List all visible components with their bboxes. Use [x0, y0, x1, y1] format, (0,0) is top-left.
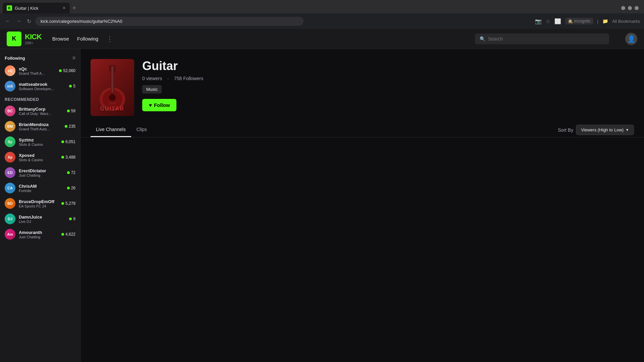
nav-following[interactable]: Following: [77, 36, 98, 42]
brucedropemoff-name: BruceDropEmOff: [19, 199, 58, 204]
avatar-amouranth: Am: [5, 229, 15, 240]
xposed-viewer-count: 3,488: [65, 155, 75, 160]
sidebar-item-chrisam[interactable]: CA ChrisAM Fortnite 26: [0, 180, 80, 196]
logo-text: KICK: [25, 33, 42, 41]
category-thumbnail: GUITAR: [91, 59, 134, 116]
logo-sub: 20M+: [25, 41, 42, 45]
viewers-stat: 0 viewers: [142, 76, 162, 81]
incognito-label: Incognito: [574, 19, 591, 23]
chrisam-name: ChrisAM: [19, 184, 64, 189]
sidebar-item-xqc[interactable]: xQ xQc Grand Theft A... 52,060: [0, 63, 80, 78]
sidebar-item-erectdictator[interactable]: ED ErectDictator Just Chatting 72: [0, 165, 80, 180]
avatar-chrisam: CA: [5, 183, 15, 193]
live-dot-brian: [65, 125, 67, 128]
svg-point-7: [109, 94, 116, 101]
new-tab-button[interactable]: +: [70, 3, 79, 13]
live-dot-bruce: [61, 202, 64, 205]
active-tab[interactable]: K Guitar | Kick ✕: [3, 3, 70, 13]
refresh-button[interactable]: ↻: [25, 17, 33, 26]
avatar-xposed: Xp: [5, 152, 15, 163]
maximize-button[interactable]: [628, 6, 632, 10]
sidebar-item-brianmendoza[interactable]: BM BrianMendoza Grand Theft Auto... 235: [0, 119, 80, 134]
music-tag[interactable]: Music: [142, 85, 162, 94]
svg-rect-8: [109, 103, 116, 104]
sidebar-sort-icon[interactable]: ≡: [72, 55, 75, 61]
amouranth-name: Amouranth: [19, 230, 58, 235]
damnjuice-info: DamnJuice Live DJ: [19, 215, 66, 224]
sidebar-item-damnjuice[interactable]: DJ DamnJuice Live DJ 9: [0, 211, 80, 227]
damnjuice-viewers: 9: [69, 217, 75, 221]
amouranth-viewer-count: 4,622: [65, 232, 75, 237]
logo[interactable]: K KICK 20M+: [7, 32, 42, 46]
damnjuice-viewer-count: 9: [73, 217, 75, 221]
amouranth-viewers: 4,622: [61, 232, 75, 237]
xposed-game: Slots & Casino: [19, 158, 58, 162]
chevron-down-icon: ▼: [626, 128, 629, 132]
sort-value: Viewers (High to Low): [581, 127, 624, 132]
minimize-button[interactable]: [621, 6, 625, 10]
address-bar[interactable]: kick.com/categories/music/guitar%C2%A0: [35, 17, 304, 26]
forward-button[interactable]: →: [15, 17, 23, 25]
xqc-viewer-count: 52,060: [63, 68, 75, 73]
bookmark-icon[interactable]: ☆: [546, 18, 550, 24]
tab-title: Guitar | Kick: [15, 6, 39, 11]
sidebar-item-syztmz[interactable]: Sy Syztmz Slots & Casino 6,051: [0, 134, 80, 149]
tab-bar: K Guitar | Kick ✕ +: [0, 0, 644, 13]
close-button[interactable]: [635, 6, 639, 10]
syztmz-viewer-count: 6,051: [65, 139, 75, 144]
device-icon: ⬜: [554, 18, 561, 24]
following-section-header: Following ≡: [0, 53, 80, 63]
followers-stat: 758 Followers: [174, 76, 203, 81]
avatar-erectdictator: ED: [5, 167, 15, 178]
nav-browse[interactable]: Browse: [52, 36, 69, 42]
mattseabrook-viewers: 5: [69, 84, 75, 88]
tab-live-channels[interactable]: Live Channels: [91, 123, 131, 137]
damnjuice-name: DamnJuice: [19, 215, 66, 220]
sort-by-label: Sort By: [558, 127, 573, 133]
avatar-damnjuice: DJ: [5, 214, 15, 224]
category-header: GUITAR Guitar 0 viewers · 758 Followers …: [80, 49, 644, 123]
logo-icon: K: [7, 32, 21, 46]
category-stats: 0 viewers · 758 Followers: [142, 76, 634, 81]
sidebar-item-amouranth[interactable]: Am Amouranth Just Chatting 4,622: [0, 227, 80, 242]
user-avatar[interactable]: 👤: [625, 33, 637, 45]
xqc-info: xQc Grand Theft A...: [19, 66, 56, 75]
brianmendoza-viewers: 235: [65, 124, 75, 129]
chrisam-viewers: 26: [67, 186, 75, 190]
sidebar-item-brittanycorp[interactable]: BC BrittanyCorp Call of Duty: Warz... 59: [0, 103, 80, 119]
nav-more-button[interactable]: ⋮: [106, 35, 113, 43]
back-button[interactable]: ←: [4, 17, 12, 25]
brucedropemoff-viewers: 5,279: [61, 201, 75, 206]
search-input[interactable]: [488, 36, 604, 42]
sort-by-container: Sort By Viewers (High to Low) ▼: [558, 125, 634, 135]
following-label: Following: [5, 56, 25, 61]
tab-close-button[interactable]: ✕: [62, 6, 66, 10]
sidebar-item-xposed[interactable]: Xp Xposed Slots & Casino 3,488: [0, 149, 80, 165]
xqc-name: xQc: [19, 66, 56, 71]
live-dot-erect: [67, 171, 70, 174]
logo-k: K: [12, 35, 16, 42]
sidebar-item-mattseabrook[interactable]: mS mattseabrook Software Developm... 5: [0, 78, 80, 94]
syztmz-info: Syztmz Slots & Casino: [19, 137, 58, 146]
all-bookmarks-label: All Bookmarks: [612, 19, 640, 24]
header-search[interactable]: 🔍: [475, 34, 609, 44]
tab-clips[interactable]: Clips: [131, 123, 152, 137]
address-bar-row: ← → ↻ kick.com/categories/music/guitar%C…: [0, 13, 644, 29]
amouranth-game: Just Chatting: [19, 235, 58, 239]
live-dot-xqc: [59, 69, 62, 72]
brianmendoza-game: Grand Theft Auto...: [19, 127, 61, 131]
heart-icon: ♥: [149, 102, 152, 108]
avatar-syztmz: Sy: [5, 136, 15, 147]
chrisam-game: Fortnite: [19, 189, 64, 193]
follow-button[interactable]: ♥ Follow: [142, 99, 176, 111]
chrisam-info: ChrisAM Fortnite: [19, 184, 64, 193]
sort-select[interactable]: Viewers (High to Low) ▼: [576, 125, 634, 135]
avatar-brittanycorp: BC: [5, 106, 15, 116]
avatar-icon: 👤: [627, 35, 636, 43]
content-tabs: Live Channels Clips: [91, 123, 152, 137]
brianmendoza-name: BrianMendoza: [19, 122, 61, 127]
brittanycorp-viewer-count: 59: [71, 109, 75, 113]
sidebar-item-brucedropemoff[interactable]: BD BruceDropEmOff EA Sports FC 24 5,279: [0, 196, 80, 211]
brianmendoza-info: BrianMendoza Grand Theft Auto...: [19, 122, 61, 131]
main-content: GUITAR Guitar 0 viewers · 758 Followers …: [80, 49, 644, 362]
